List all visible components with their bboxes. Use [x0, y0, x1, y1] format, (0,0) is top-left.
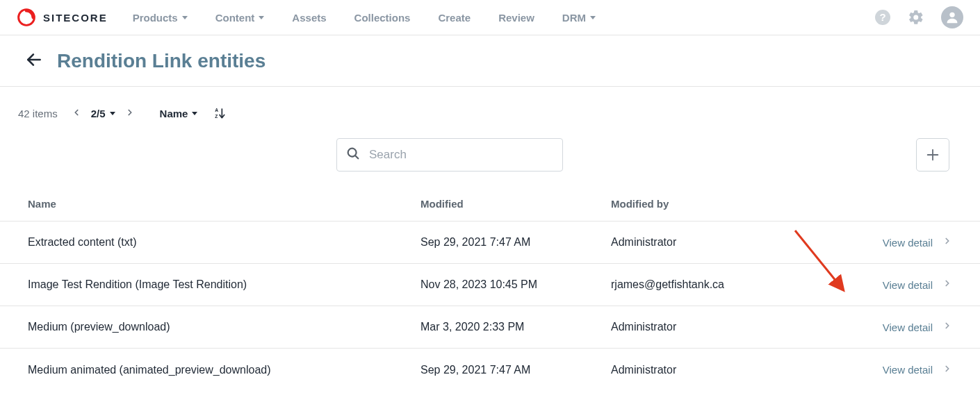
page-title: Rendition Link entities [57, 50, 266, 72]
add-button[interactable] [916, 138, 949, 172]
search-box[interactable] [336, 138, 563, 172]
nav-label: Content [215, 12, 255, 24]
brand-name: SITECORE [43, 12, 108, 24]
svg-point-3 [949, 12, 954, 17]
col-header-modified: Modified [420, 198, 611, 210]
nav-assets[interactable]: Assets [292, 12, 326, 24]
chevron-down-icon [259, 16, 264, 19]
nav-products[interactable]: Products [133, 12, 188, 24]
gear-icon[interactable] [908, 9, 924, 26]
nav-drm[interactable]: DRM [562, 12, 596, 24]
user-avatar-icon[interactable] [941, 6, 963, 28]
col-header-name: Name [28, 198, 420, 210]
sort-label: Name [160, 108, 188, 119]
nav-content[interactable]: Content [215, 12, 265, 24]
cell-name: Medium animated (animated_preview_downlo… [28, 364, 420, 376]
view-detail-link[interactable]: View detail [883, 237, 933, 249]
svg-line-9 [355, 156, 358, 158]
chevron-down-icon [590, 16, 596, 19]
pager: 2/5 [72, 108, 135, 119]
nav-right: ? [874, 6, 963, 28]
nav-label: Collections [354, 12, 411, 24]
entity-table: Name Modified Modified by Extracted cont… [0, 187, 980, 391]
cell-modified-by: Administrator [611, 364, 848, 376]
cell-name: Medium (preview_download) [28, 321, 420, 333]
search-icon [345, 146, 361, 164]
cell-modified-by: Administrator [611, 236, 848, 249]
pager-prev-icon[interactable] [72, 108, 81, 119]
table-row[interactable]: Medium (preview_download) Mar 3, 2020 2:… [0, 306, 980, 349]
chevron-right-icon[interactable] [942, 321, 952, 333]
chevron-down-icon [192, 112, 197, 115]
cell-modified: Nov 28, 2023 10:45 PM [420, 278, 611, 291]
svg-text:Z: Z [215, 114, 218, 119]
table-row[interactable]: Extracted content (txt) Sep 29, 2021 7:4… [0, 221, 980, 264]
page-number: 2/5 [91, 108, 106, 119]
table-header: Name Modified Modified by [0, 187, 980, 221]
cell-modified: Sep 29, 2021 7:47 AM [420, 364, 611, 376]
page-header: Rendition Link entities [0, 35, 980, 87]
nav-collections[interactable]: Collections [354, 12, 411, 24]
item-count: 42 items [18, 108, 58, 119]
back-arrow-icon[interactable] [25, 51, 43, 72]
search-input[interactable] [369, 148, 554, 162]
pager-indicator[interactable]: 2/5 [91, 108, 115, 119]
brand-logo[interactable]: SITECORE [17, 8, 108, 27]
cell-modified: Sep 29, 2021 7:47 AM [420, 236, 611, 249]
chevron-right-icon[interactable] [942, 236, 952, 249]
help-icon[interactable]: ? [874, 9, 891, 26]
nav-label: Products [133, 12, 178, 24]
cell-name: Extracted content (txt) [28, 236, 420, 249]
nav-label: Create [438, 12, 471, 24]
chevron-down-icon [182, 16, 188, 19]
nav-label: Review [498, 12, 534, 24]
chevron-right-icon[interactable] [942, 278, 952, 291]
cell-modified-by: rjames@getfishtank.ca [611, 278, 848, 291]
search-row [0, 120, 980, 172]
pager-next-icon[interactable] [125, 108, 135, 119]
chevron-right-icon[interactable] [942, 364, 952, 376]
nav-items: Products Content Assets Collections Crea… [133, 12, 874, 24]
col-header-modified-by: Modified by [611, 198, 848, 210]
chevron-down-icon [110, 112, 115, 115]
nav-label: Assets [292, 12, 326, 24]
list-toolbar: 42 items 2/5 Name A Z [0, 87, 980, 120]
sort-field[interactable]: Name [160, 108, 198, 119]
table-row[interactable]: Medium animated (animated_preview_downlo… [0, 349, 980, 391]
top-nav: SITECORE Products Content Assets Collect… [0, 0, 980, 35]
cell-modified-by: Administrator [611, 321, 848, 333]
table-row[interactable]: Image Test Rendition (Image Test Renditi… [0, 264, 980, 306]
svg-text:A: A [215, 108, 219, 112]
view-detail-link[interactable]: View detail [883, 279, 933, 291]
nav-label: DRM [562, 12, 586, 24]
nav-create[interactable]: Create [438, 12, 471, 24]
cell-modified: Mar 3, 2020 2:33 PM [420, 321, 611, 333]
nav-review[interactable]: Review [498, 12, 534, 24]
svg-text:?: ? [879, 11, 885, 23]
view-detail-link[interactable]: View detail [883, 364, 933, 376]
cell-name: Image Test Rendition (Image Test Renditi… [28, 278, 420, 291]
sort-direction-icon[interactable]: A Z [213, 106, 227, 120]
sitecore-logo-icon [17, 8, 36, 27]
view-detail-link[interactable]: View detail [883, 321, 933, 333]
